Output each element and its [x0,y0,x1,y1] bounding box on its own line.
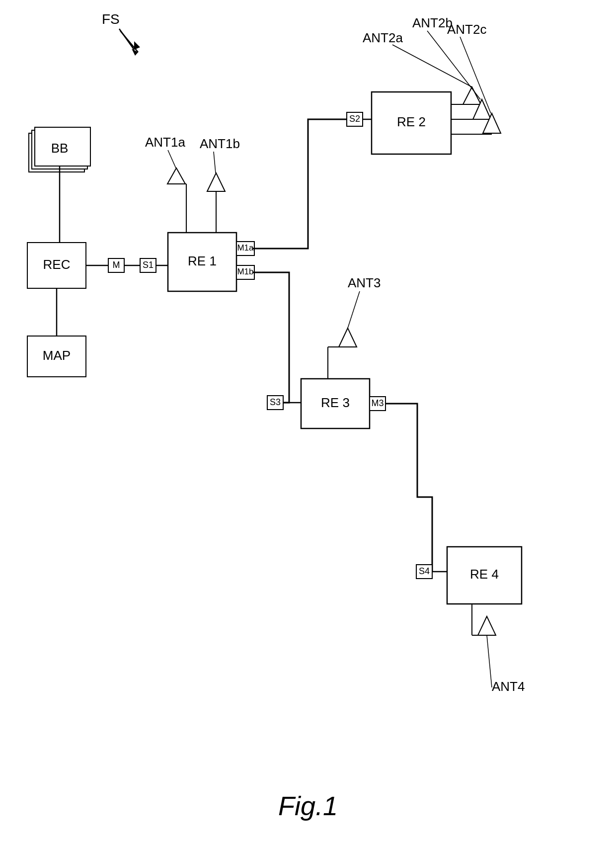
bb-label: BB [51,141,69,156]
s4-label: S4 [419,566,430,576]
ant2b-label: ANT2b [412,15,453,30]
ant1b-label: ANT1b [200,136,240,151]
s1-label: S1 [143,260,154,270]
re4-label: RE 4 [470,567,499,582]
figure-label: Fig.1 [278,791,338,821]
map-label: MAP [43,348,71,363]
s3-label: S3 [270,397,281,407]
re2-label: RE 2 [397,114,426,129]
rec-label: REC [43,257,71,272]
ant2a-label: ANT2a [363,30,403,45]
ant3-label: ANT3 [348,275,381,290]
m3-label: M3 [371,398,384,408]
ant1a-label: ANT1a [145,135,185,150]
m1a-label: M1a [237,243,254,253]
fs-label: FS [102,11,120,27]
m1b-label: M1b [237,267,253,276]
m-label: M [113,260,120,270]
ant2c-label: ANT2c [447,22,486,37]
re1-label: RE 1 [188,254,217,268]
re3-label: RE 3 [321,395,350,410]
s2-label: S2 [349,114,360,124]
ant4-label: ANT4 [492,679,525,694]
